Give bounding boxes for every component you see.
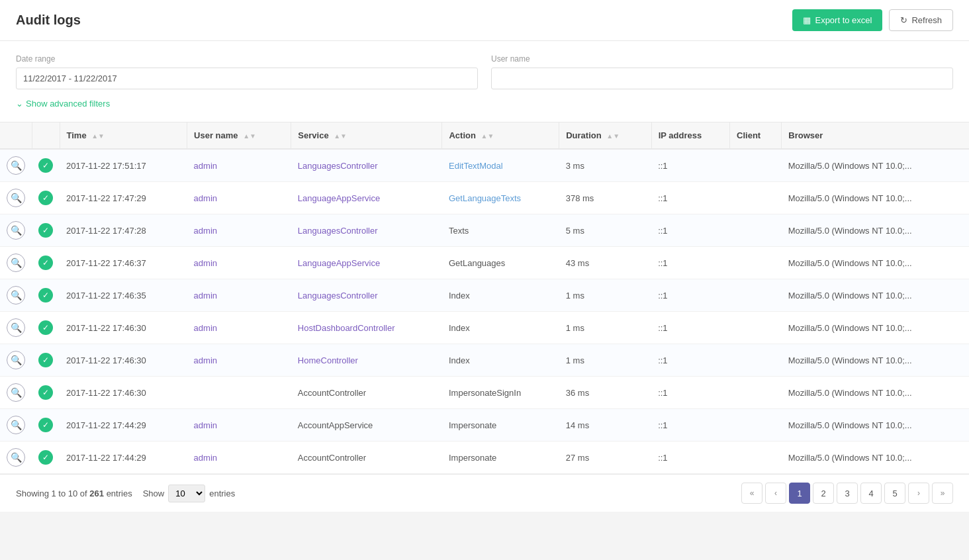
row-duration: 1 ms bbox=[559, 344, 651, 377]
col-header-duration: Duration ▲▼ bbox=[559, 122, 651, 149]
status-check-icon: ✓ bbox=[38, 158, 53, 173]
row-username: admin bbox=[187, 214, 291, 247]
row-action: Impersonate bbox=[442, 442, 559, 474]
table-row: 🔍 ✓ 2017-11-22 17:46:30 AccountControlle… bbox=[0, 377, 969, 409]
search-icon[interactable]: 🔍 bbox=[7, 189, 25, 207]
row-browser: Mozilla/5.0 (Windows NT 10.0;... bbox=[782, 312, 969, 344]
row-ip: ::1 bbox=[651, 344, 729, 377]
status-check-icon: ✓ bbox=[38, 418, 53, 432]
row-detail-icon[interactable]: 🔍 bbox=[0, 409, 32, 442]
col-header-time: Time ▲▼ bbox=[60, 122, 187, 149]
row-ip: ::1 bbox=[651, 312, 729, 344]
row-ip: ::1 bbox=[651, 214, 729, 247]
row-duration: 3 ms bbox=[559, 149, 651, 182]
search-icon[interactable]: 🔍 bbox=[7, 416, 25, 434]
row-action: Impersonate bbox=[442, 409, 559, 442]
row-time: 2017-11-22 17:46:37 bbox=[60, 247, 187, 279]
row-duration: 1 ms bbox=[559, 279, 651, 312]
footer-bar: Showing 1 to 10 of 261 entries Show 10 2… bbox=[0, 474, 969, 512]
row-action: ImpersonateSignIn bbox=[442, 377, 559, 409]
pagination-page-3[interactable]: 3 bbox=[837, 483, 858, 504]
pagination-page-4[interactable]: 4 bbox=[860, 483, 882, 504]
row-action: GetLanguages bbox=[442, 247, 559, 279]
row-client bbox=[730, 214, 782, 247]
row-detail-icon[interactable]: 🔍 bbox=[0, 182, 32, 214]
username-input[interactable] bbox=[491, 68, 953, 89]
entries-per-page-select[interactable]: 10 25 50 100 bbox=[168, 485, 205, 502]
pagination-page-2[interactable]: 2 bbox=[813, 483, 834, 504]
entries-label: entries bbox=[209, 489, 235, 498]
row-service: HostDashboardController bbox=[291, 312, 442, 344]
row-detail-icon[interactable]: 🔍 bbox=[0, 279, 32, 312]
row-action: EditTextModal bbox=[442, 149, 559, 182]
search-icon[interactable]: 🔍 bbox=[7, 448, 25, 467]
refresh-button[interactable]: ↻ Refresh bbox=[889, 9, 953, 31]
row-service: LanguagesController bbox=[291, 149, 442, 182]
status-check-icon: ✓ bbox=[38, 320, 53, 335]
pagination-prev[interactable]: ‹ bbox=[765, 483, 786, 504]
row-detail-icon[interactable]: 🔍 bbox=[0, 442, 32, 474]
search-icon[interactable]: 🔍 bbox=[7, 318, 25, 337]
row-ip: ::1 bbox=[651, 377, 729, 409]
pagination-page-1[interactable]: 1 bbox=[789, 483, 810, 504]
search-icon[interactable]: 🔍 bbox=[7, 254, 25, 272]
sort-icon-action: ▲▼ bbox=[481, 132, 494, 140]
table-row: 🔍 ✓ 2017-11-22 17:46:30 admin HomeContro… bbox=[0, 344, 969, 377]
col-header-client: Client bbox=[730, 122, 782, 149]
row-browser: Mozilla/5.0 (Windows NT 10.0;... bbox=[782, 182, 969, 214]
search-icon[interactable]: 🔍 bbox=[7, 351, 25, 369]
row-browser: Mozilla/5.0 (Windows NT 10.0;... bbox=[782, 247, 969, 279]
row-time: 2017-11-22 17:51:17 bbox=[60, 149, 187, 182]
row-status: ✓ bbox=[32, 279, 60, 312]
row-time: 2017-11-22 17:46:30 bbox=[60, 344, 187, 377]
row-action: Texts bbox=[442, 214, 559, 247]
col-header-status bbox=[32, 122, 60, 149]
row-status: ✓ bbox=[32, 247, 60, 279]
row-ip: ::1 bbox=[651, 247, 729, 279]
pagination-last[interactable]: » bbox=[932, 483, 953, 504]
filters-section: Date range User name ⌄ Show advanced fil… bbox=[0, 41, 969, 122]
row-client bbox=[730, 247, 782, 279]
row-browser: Mozilla/5.0 (Windows NT 10.0;... bbox=[782, 442, 969, 474]
pagination: « ‹ 1 2 3 4 5 › » bbox=[741, 483, 953, 504]
row-duration: 36 ms bbox=[559, 377, 651, 409]
col-header-browser: Browser bbox=[782, 122, 969, 149]
search-icon[interactable]: 🔍 bbox=[7, 383, 25, 402]
row-detail-icon[interactable]: 🔍 bbox=[0, 214, 32, 247]
row-detail-icon[interactable]: 🔍 bbox=[0, 344, 32, 377]
date-range-input[interactable] bbox=[16, 68, 478, 89]
row-detail-icon[interactable]: 🔍 bbox=[0, 377, 32, 409]
search-icon[interactable]: 🔍 bbox=[7, 156, 25, 175]
search-icon[interactable]: 🔍 bbox=[7, 286, 25, 304]
row-ip: ::1 bbox=[651, 442, 729, 474]
header-buttons: ▦ Export to excel ↻ Refresh bbox=[792, 9, 953, 31]
date-range-label: Date range bbox=[16, 54, 478, 64]
export-excel-button[interactable]: ▦ Export to excel bbox=[792, 9, 882, 31]
status-check-icon: ✓ bbox=[38, 288, 53, 303]
row-client bbox=[730, 377, 782, 409]
pagination-first[interactable]: « bbox=[741, 483, 762, 504]
row-detail-icon[interactable]: 🔍 bbox=[0, 312, 32, 344]
row-detail-icon[interactable]: 🔍 bbox=[0, 149, 32, 182]
status-check-icon: ✓ bbox=[38, 256, 53, 270]
audit-log-table-wrapper: Time ▲▼ User name ▲▼ Service ▲▼ Action ▲… bbox=[0, 122, 969, 474]
status-check-icon: ✓ bbox=[38, 223, 53, 238]
row-service: LanguageAppService bbox=[291, 247, 442, 279]
row-client bbox=[730, 149, 782, 182]
search-icon[interactable]: 🔍 bbox=[7, 221, 25, 240]
status-check-icon: ✓ bbox=[38, 450, 53, 465]
pagination-next[interactable]: › bbox=[908, 483, 929, 504]
row-detail-icon[interactable]: 🔍 bbox=[0, 247, 32, 279]
page-header: Audit logs ▦ Export to excel ↻ Refresh bbox=[0, 0, 969, 41]
row-username: admin bbox=[187, 442, 291, 474]
row-time: 2017-11-22 17:47:29 bbox=[60, 182, 187, 214]
sort-icon-duration: ▲▼ bbox=[606, 132, 620, 140]
row-time: 2017-11-22 17:44:29 bbox=[60, 442, 187, 474]
status-check-icon: ✓ bbox=[38, 385, 53, 400]
row-client bbox=[730, 409, 782, 442]
row-action: Index bbox=[442, 279, 559, 312]
pagination-page-5[interactable]: 5 bbox=[884, 483, 905, 504]
row-time: 2017-11-22 17:46:30 bbox=[60, 377, 187, 409]
show-advanced-button[interactable]: ⌄ Show advanced filters bbox=[16, 99, 110, 109]
row-status: ✓ bbox=[32, 377, 60, 409]
